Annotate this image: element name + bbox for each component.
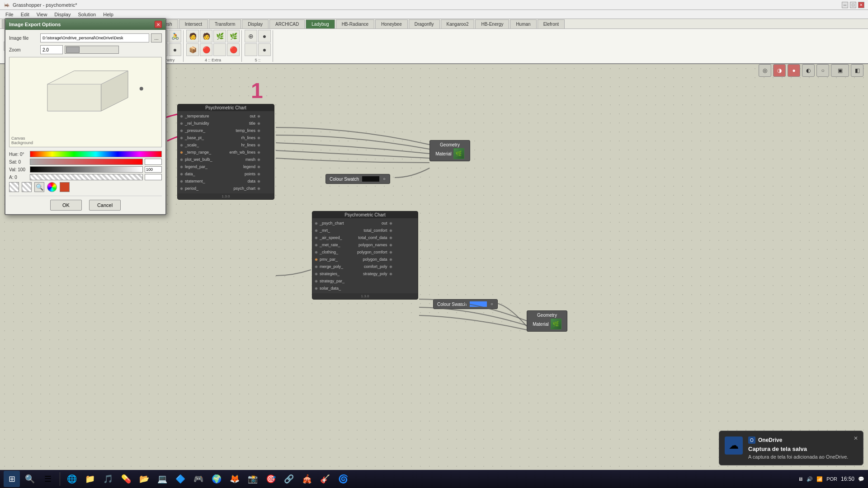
tool-s4-4[interactable]: 🌿 <box>227 30 240 42</box>
taskbar-app-13[interactable]: 🌀 <box>335 471 351 487</box>
cv-btn-1[interactable]: ◎ <box>759 64 771 77</box>
taskbar-app-3[interactable]: 💻 <box>154 471 170 487</box>
menu-edit[interactable]: Edit <box>17 10 33 19</box>
tool-s4-5[interactable]: 📦 <box>186 43 199 56</box>
taskbar-app-10[interactable]: 🔗 <box>281 471 297 487</box>
taskbar-app-6[interactable]: 🌍 <box>208 471 225 487</box>
tab-honeybee[interactable]: Honeybee <box>375 19 408 28</box>
taskbar-app-1[interactable]: 💊 <box>118 471 134 487</box>
color-hex-btn[interactable] <box>60 182 70 192</box>
sat-slider[interactable] <box>30 159 143 165</box>
alpha-value-input[interactable] <box>145 174 162 180</box>
taskbar-task-view[interactable]: ☰ <box>40 471 56 487</box>
taskbar-network-icon[interactable]: 📶 <box>816 476 823 482</box>
tab-elefront[interactable]: Elefront <box>538 19 565 28</box>
taskbar-app-2[interactable]: 📂 <box>136 471 152 487</box>
image-file-browse-btn[interactable]: … <box>151 33 162 42</box>
geo-mat-node-2[interactable]: Geometry Material 🌿 <box>527 310 567 332</box>
val-value-input[interactable] <box>145 166 162 173</box>
tab-intersect[interactable]: Intersect <box>179 19 208 28</box>
menu-file[interactable]: File <box>2 10 17 19</box>
cv-btn-2[interactable]: ◑ <box>773 64 786 77</box>
cv-btn-5[interactable]: ○ <box>816 64 829 77</box>
tool-s3-4[interactable]: 🚴 <box>169 30 181 42</box>
tool-s4-7[interactable] <box>213 43 226 56</box>
tool-s4-6[interactable]: 🔴 <box>200 43 212 56</box>
zoom-input[interactable] <box>40 45 63 54</box>
taskbar-notification-icon[interactable]: 💬 <box>858 476 864 482</box>
colour-swatch-1-node[interactable]: Colour Swatch <box>326 174 390 184</box>
colour-swatch-1-out-dot <box>382 177 386 181</box>
menu-help[interactable]: Help <box>99 10 117 19</box>
taskbar-nvidia-icon[interactable]: 🖥 <box>798 476 803 482</box>
sat-value-input[interactable] <box>145 159 162 165</box>
alpha-slider[interactable] <box>30 174 143 180</box>
hue-slider[interactable] <box>30 151 162 157</box>
taskbar: ⊞ 🔍 ☰ 🌐 📁 🎵 💊 📂 💻 🔷 🎮 🌍 🦊 📸 🎯 🔗 🎪 🎸 🌀 🖥 … <box>0 470 868 488</box>
tool-s5-1[interactable]: ⊕ <box>245 30 257 42</box>
taskbar-app-8[interactable]: 📸 <box>245 471 261 487</box>
geo-mat-node-1[interactable]: Geometry Material 🌿 <box>429 140 470 161</box>
tab-ladybug[interactable]: Ladybug <box>306 19 335 28</box>
cv-btn-6[interactable]: ▣ <box>831 64 849 77</box>
comfort-node[interactable]: Psychrometric Chart _psych_chart _mrt_ _… <box>312 211 418 300</box>
taskbar-app-7[interactable]: 🦊 <box>226 471 243 487</box>
val-slider[interactable] <box>30 166 143 173</box>
tab-human[interactable]: Human <box>510 19 536 28</box>
tab-hb-energy[interactable]: HB-Energy <box>475 19 509 28</box>
tab-display[interactable]: Display <box>242 19 269 28</box>
tool-s4-8[interactable]: 🔴 <box>227 43 240 56</box>
port-dot-air-speed <box>315 236 318 239</box>
color-wheel-btn[interactable] <box>47 182 57 192</box>
tool-s5-3[interactable] <box>245 43 257 56</box>
tool-s5-4[interactable]: ● <box>258 43 271 56</box>
colour-swatch-2-node[interactable]: Colour Swatch <box>433 299 498 309</box>
port-dot-comfort-poly <box>389 265 392 268</box>
port-label-data: data_ <box>185 172 195 176</box>
maximize-button[interactable]: □ <box>850 2 856 8</box>
close-button[interactable]: ✕ <box>858 2 864 8</box>
tool-s4-2[interactable]: 🧑 <box>200 30 212 42</box>
tab-hb-radiance[interactable]: HB-Radiance <box>336 19 374 28</box>
tool-s4-3[interactable]: 🌿 <box>213 30 226 42</box>
tab-dragonfly[interactable]: Dragonfly <box>409 19 440 28</box>
toolbar-section-5: ⊕ ● ● 5 :: <box>243 30 273 62</box>
tool-s3-8[interactable]: ● <box>169 43 181 56</box>
port-polygon-comfort: polygon_comfort <box>353 249 395 256</box>
taskbar-speaker-icon[interactable]: 🔊 <box>807 476 813 482</box>
system-clock[interactable]: 16:50 <box>841 476 854 482</box>
taskbar-explorer[interactable]: 📁 <box>82 471 98 487</box>
cv-btn-3[interactable]: ● <box>788 64 800 77</box>
port-dot-c-out <box>389 222 392 225</box>
zoom-slider[interactable] <box>65 46 119 54</box>
taskbar-app-9[interactable]: 🎯 <box>263 471 279 487</box>
menu-display[interactable]: Display <box>51 10 74 19</box>
minimize-button[interactable]: ─ <box>842 2 848 8</box>
taskbar-app-11[interactable]: 🎪 <box>299 471 315 487</box>
hue-slider-container <box>30 151 162 157</box>
tool-s5-2[interactable]: ● <box>258 30 271 42</box>
taskbar-app-12[interactable]: 🎸 <box>317 471 333 487</box>
psych-chart-node[interactable]: Psychrometric Chart _temperature _rel_hu… <box>177 104 274 200</box>
taskbar-app-4[interactable]: 🔷 <box>172 471 189 487</box>
dialog-close-button[interactable]: ✕ <box>155 21 162 28</box>
taskbar-spotify[interactable]: 🎵 <box>100 471 116 487</box>
tool-s4-1[interactable]: 🧑 <box>186 30 199 42</box>
cv-btn-7[interactable]: ◧ <box>851 64 863 77</box>
ok-button[interactable]: OK <box>50 200 82 211</box>
eyedropper-icon[interactable]: 🔍 <box>34 182 44 192</box>
taskbar-search[interactable]: 🔍 <box>22 471 38 487</box>
tab-archicad[interactable]: ARCHICAD <box>269 19 305 28</box>
menu-view[interactable]: View <box>33 10 51 19</box>
cancel-button[interactable]: Cancel <box>89 200 121 211</box>
taskbar-edge[interactable]: 🌐 <box>64 471 80 487</box>
taskbar-start-button[interactable]: ⊞ <box>4 471 20 487</box>
menu-solution[interactable]: Solution <box>74 10 99 19</box>
tab-kangaroo2[interactable]: Kangaroo2 <box>441 19 475 28</box>
tab-transform[interactable]: Transform <box>209 19 241 28</box>
cv-btn-4[interactable]: ◐ <box>802 64 815 77</box>
image-file-input[interactable] <box>40 33 149 42</box>
taskbar-app-5[interactable]: 🎮 <box>190 471 207 487</box>
onedrive-close-button[interactable]: ✕ <box>852 435 859 442</box>
section5-label: 5 :: <box>255 58 261 62</box>
